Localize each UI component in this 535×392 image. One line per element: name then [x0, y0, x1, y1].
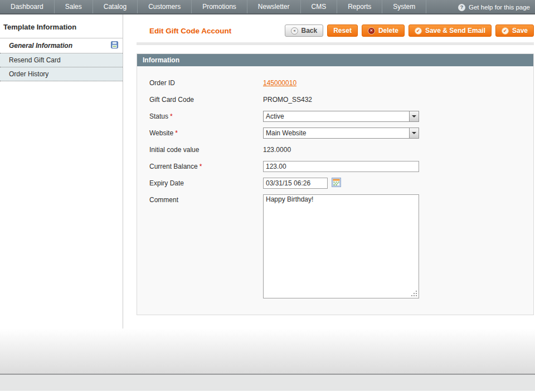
field-label-expiry-date: Expiry Date — [137, 178, 263, 189]
field-value-area-status: Active — [263, 111, 419, 122]
save-send-email-label: Save & Send Email — [425, 27, 485, 35]
field-value-area-order-id: 145000010 — [263, 79, 296, 87]
floppy-disk-icon — [111, 41, 118, 50]
form-row-website: Website*Main Website — [137, 128, 533, 139]
order-id-link[interactable]: 145000010 — [263, 79, 296, 87]
delete-x-icon — [368, 27, 375, 35]
nav-tab-label: Promotions — [202, 3, 236, 11]
nav-tab-cms[interactable]: CMS — [301, 0, 338, 13]
dropdown-button[interactable] — [409, 111, 419, 121]
form-row-comment: CommentHappy Birthday! — [137, 194, 533, 300]
comment-textarea[interactable]: Happy Birthday! — [263, 194, 419, 298]
page-fade — [0, 329, 535, 374]
field-label-gift-card-code: Gift Card Code — [137, 94, 263, 105]
sidebar-item-general-information[interactable]: General Information — [0, 38, 123, 53]
field-label-comment: Comment — [137, 194, 263, 205]
form-row-expiry-date: Expiry Date — [137, 178, 533, 189]
main-panel: Edit Gift Code Account Back Reset Delete… — [123, 14, 535, 329]
checkmark-icon — [415, 27, 422, 35]
website-select-value: Main Website — [264, 128, 409, 138]
panel-body: Order ID145000010Gift Card CodePROMO_SS4… — [137, 66, 533, 315]
required-asterisk: * — [175, 129, 178, 137]
calendar-icon — [332, 178, 341, 189]
form-row-status: Status*Active — [137, 111, 533, 122]
sidebar-item-label: Resend Gift Card — [9, 56, 61, 64]
chevron-down-icon — [412, 132, 416, 134]
required-asterisk: * — [200, 163, 202, 170]
help-link[interactable]: ? Get help for this page — [458, 0, 530, 14]
information-panel: Information Order ID145000010Gift Card C… — [137, 53, 534, 315]
title-divider — [137, 42, 534, 45]
field-label-current-balance: Current Balance* — [137, 161, 263, 172]
sidebar-title: Template Information — [0, 14, 123, 38]
nav-tab-sales[interactable]: Sales — [55, 0, 93, 13]
form-row-gift-card-code: Gift Card CodePROMO_SS432 — [137, 94, 533, 105]
delete-button-label: Delete — [378, 27, 398, 35]
resize-handle-icon[interactable] — [416, 295, 417, 296]
sidebar-item-label: General Information — [9, 42, 72, 50]
nav-tab-promotions[interactable]: Promotions — [192, 0, 247, 13]
nav-tab-label: System — [393, 3, 415, 11]
reset-button-label: Reset — [333, 27, 352, 35]
nav-tab-label: Newsletter — [258, 3, 290, 11]
field-label-website: Website* — [137, 128, 263, 139]
back-button-label: Back — [301, 27, 318, 35]
title-row: Edit Gift Code Account Back Reset Delete… — [123, 14, 535, 37]
help-label: Get help for this page — [469, 4, 530, 11]
gift-card-code-value: PROMO_SS432 — [263, 94, 312, 105]
expiry-date-input[interactable] — [263, 178, 328, 189]
status-select[interactable]: Active — [263, 111, 419, 122]
nav-tab-customers[interactable]: Customers — [138, 0, 192, 13]
back-button[interactable]: Back — [285, 24, 324, 37]
form-row-initial-code-value: Initial code value123.0000 — [137, 144, 533, 155]
field-value-area-website: Main Website — [263, 128, 419, 139]
footer-bar — [0, 375, 535, 391]
sidebar-item-order-history[interactable]: Order History — [0, 67, 123, 81]
form-row-order-id: Order ID145000010 — [137, 77, 533, 89]
nav-tab-catalog[interactable]: Catalog — [93, 0, 138, 13]
calendar-button[interactable] — [332, 178, 342, 189]
form-row-current-balance: Current Balance* — [137, 161, 533, 172]
nav-tab-newsletter[interactable]: Newsletter — [247, 0, 301, 13]
field-value-area-current-balance — [263, 161, 419, 172]
initial-code-value-value: 123.0000 — [263, 144, 291, 155]
nav-tab-label: Dashboard — [11, 3, 43, 11]
comment-textarea-wrap: Happy Birthday! — [263, 194, 419, 300]
delete-button[interactable]: Delete — [362, 24, 405, 37]
required-asterisk: * — [170, 112, 173, 120]
field-value-area-comment: Happy Birthday! — [263, 194, 419, 300]
toolbar: Back Reset Delete Save & Send Email Save — [285, 24, 534, 37]
nav-tab-system[interactable]: System — [382, 0, 426, 13]
dropdown-button[interactable] — [409, 128, 419, 138]
field-value-area-expiry-date — [263, 178, 342, 189]
nav-tab-label: Customers — [148, 3, 181, 11]
status-select-value: Active — [264, 111, 409, 121]
save-button[interactable]: Save — [495, 24, 534, 37]
sidebar-item-resend-gift-card[interactable]: Resend Gift Card — [0, 53, 123, 67]
sidebar: Template Information General Information… — [0, 14, 123, 329]
reset-button[interactable]: Reset — [327, 24, 358, 37]
nav-tab-label: CMS — [312, 3, 327, 11]
panel-header: Information — [137, 54, 533, 66]
save-send-email-button[interactable]: Save & Send Email — [408, 24, 492, 37]
nav-tab-reports[interactable]: Reports — [337, 0, 382, 13]
save-button-label: Save — [512, 27, 528, 35]
checkmark-icon — [502, 27, 509, 35]
nav-tab-dashboard[interactable]: Dashboard — [0, 0, 55, 13]
sidebar-item-label: Order History — [9, 70, 48, 78]
sidebar-items: General InformationResend Gift CardOrder… — [0, 38, 123, 81]
nav-tab-label: Catalog — [104, 3, 127, 11]
chevron-down-icon — [412, 115, 416, 117]
field-value-area-gift-card-code: PROMO_SS432 — [263, 94, 312, 105]
page-title: Edit Gift Code Account — [149, 27, 231, 35]
field-value-area-initial-code-value: 123.0000 — [263, 144, 291, 155]
question-circle-icon: ? — [458, 4, 465, 11]
current-balance-input[interactable] — [263, 161, 419, 172]
field-label-status: Status* — [137, 111, 263, 122]
nav-tab-label: Sales — [65, 3, 82, 11]
content-area: Template Information General Information… — [0, 14, 535, 329]
field-label-order-id: Order ID — [137, 77, 263, 89]
field-label-initial-code-value: Initial code value — [137, 144, 263, 155]
top-nav-tabs: DashboardSalesCatalogCustomersPromotions… — [0, 0, 426, 13]
website-select[interactable]: Main Website — [263, 128, 419, 139]
